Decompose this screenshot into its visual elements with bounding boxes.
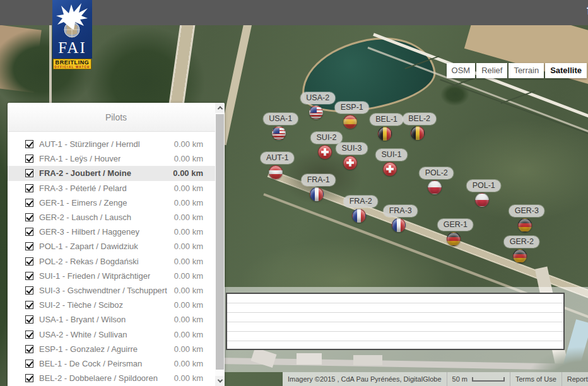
pilot-label: FRA-3 - Péterlé / Pelard (39, 184, 127, 193)
marker-label: FRA-2 (344, 196, 378, 208)
pilot-distance: 0.00 km (174, 154, 203, 163)
balloon-flag-sui-icon[interactable] (318, 145, 332, 159)
pilot-label: FRA-1 - Leÿs / Houver (39, 154, 121, 163)
balloon-flag-esp-icon[interactable] (343, 115, 357, 129)
pilot-checkbox[interactable] (25, 286, 33, 295)
pilot-label: SUI-3 - Gschwendtner / Tschuppert (39, 286, 167, 295)
pilot-distance: 0.00 km (174, 139, 203, 149)
map-trees (440, 83, 469, 106)
pilot-row-ger-3[interactable]: GER-3 - Hilbert / Haggeney 0.00 km (8, 225, 225, 239)
balloon-flag-aut-icon[interactable] (269, 165, 283, 179)
pilot-row-fra-3[interactable]: FRA-3 - Péterlé / Pelard 0.00 km (8, 181, 225, 196)
pilot-row-fra-2-highlighted[interactable]: FRA-2 - Joubert / Moine 0.00 km (8, 166, 225, 180)
pilot-row-sui-3[interactable]: SUI-3 - Gschwendtner / Tschuppert 0.00 k… (8, 283, 225, 298)
pilot-label: SUI-2 - Tièche / Sciboz (39, 300, 123, 310)
balloon-flag-usa-icon[interactable] (272, 126, 286, 140)
pilot-checkbox[interactable] (25, 345, 33, 353)
map-layer-relief[interactable]: Relief (476, 63, 507, 78)
marker-label: ESP-1 (335, 102, 369, 114)
imagery-credit: Imagery ©2015 , CdA Pau Pyrénées, Digita… (283, 372, 447, 386)
balloon-flag-fra-icon[interactable] (392, 218, 406, 232)
pilot-row-sui-1[interactable]: SUI-1 - Frieden / Witprächtiger 0.00 km (8, 269, 225, 283)
pilot-label: ESP-1 - Gonzalez / Aguirre (39, 344, 138, 354)
marker-label: USA-1 (263, 113, 298, 126)
pilot-row-ger-2[interactable]: GER-2 - Lausch / Lausch 0.00 km (8, 210, 225, 225)
pilot-checkbox[interactable] (25, 374, 33, 382)
balloon-flag-fra-icon[interactable] (352, 209, 366, 223)
report-map-error-link[interactable]: Report a map error (562, 372, 588, 386)
scale-label: 50 m (452, 375, 467, 383)
scale-bar-icon (472, 377, 505, 382)
balloon-flag-ger-icon[interactable] (447, 232, 461, 246)
balloon-flag-pol-icon[interactable] (428, 180, 442, 194)
pilot-checkbox[interactable] (25, 257, 33, 266)
terms-of-use-link[interactable]: Terms of Use (510, 372, 562, 386)
app-root: USA-2 ESP-1 BEL-1 BEL-2 USA-1 SUI-2 SUI-… (0, 0, 588, 386)
pilot-checkbox[interactable] (25, 242, 33, 250)
pilot-row-sui-2[interactable]: SUI-2 - Tièche / Sciboz 0.00 km (8, 298, 225, 312)
fai-falcon-globe-icon (55, 1, 90, 40)
official-watch-label: OFFICIAL WATCH (54, 66, 91, 69)
pilot-distance: 0.00 km (174, 373, 203, 383)
pilot-checkbox[interactable] (25, 330, 33, 339)
map-layer-terrain[interactable]: Terrain (509, 63, 544, 78)
balloon-flag-sui-icon[interactable] (343, 156, 357, 170)
pilot-row-esp-1[interactable]: ESP-1 - Gonzalez / Aguirre 0.00 km (8, 342, 225, 356)
pilot-checkbox[interactable] (25, 315, 33, 324)
pilot-row-usa-2[interactable]: USA-2 - White / Sullivan 0.00 km (8, 327, 225, 341)
pilots-scrollbar[interactable] (215, 103, 225, 386)
pilot-distance: 0.00 km (174, 286, 203, 295)
pilot-distance: 0.00 km (174, 198, 203, 208)
scroll-up-button[interactable] (215, 103, 225, 113)
pilot-checkbox[interactable] (25, 169, 33, 177)
pilot-label: GER-1 - Eimers / Zenge (39, 198, 127, 208)
balloon-flag-pol-icon[interactable] (475, 193, 489, 207)
pilot-checkbox[interactable] (25, 155, 33, 163)
pilot-label: GER-2 - Lausch / Lausch (39, 213, 131, 222)
pilot-row-bel-2[interactable]: BEL-2 - Dobbelaere / Spildooren 0.00 km (8, 371, 225, 385)
pilots-list: AUT-1 - Stürzlinger / Herndl 0.00 km FRA… (8, 132, 225, 385)
pilot-distance: 0.00 km (174, 213, 203, 222)
pilot-row-aut-1[interactable]: AUT-1 - Stürzlinger / Herndl 0.00 km (8, 137, 225, 151)
pilot-row-bel-1[interactable]: BEL-1 - De Cock / Peirsman 0.00 km (8, 356, 225, 371)
pilot-distance: 0.00 km (174, 300, 203, 310)
marker-label: SUI-2 (311, 132, 343, 144)
marker-label: POL-1 (467, 180, 501, 192)
balloon-flag-sui-icon[interactable] (383, 162, 397, 176)
pilot-checkbox[interactable] (25, 360, 33, 368)
pilot-checkbox[interactable] (25, 140, 33, 148)
pilot-row-usa-1[interactable]: USA-1 - Bryant / Wilson 0.00 km (8, 312, 225, 327)
pilot-row-fra-1[interactable]: FRA-1 - Leÿs / Houver 0.00 km (8, 151, 225, 166)
balloon-flag-fra-icon[interactable] (310, 187, 324, 201)
pilot-checkbox[interactable] (25, 213, 33, 221)
marker-label: GER-1 (438, 219, 473, 231)
pilot-row-ger-1[interactable]: GER-1 - Eimers / Zenge 0.00 km (8, 196, 225, 210)
map-layer-satellite[interactable]: Satellite (545, 63, 587, 78)
pilot-checkbox[interactable] (25, 228, 33, 236)
scrollbar-thumb[interactable] (216, 114, 224, 370)
pilot-label: BEL-2 - Dobbelaere / Spildooren (39, 373, 158, 383)
scroll-down-button[interactable] (215, 376, 225, 386)
pilot-checkbox[interactable] (25, 199, 33, 207)
balloon-flag-bel-icon[interactable] (411, 126, 425, 140)
pilots-panel: Pilots AUT-1 - Stürzlinger / Herndl 0.00… (8, 103, 225, 386)
marker-label: GER-2 (504, 236, 539, 249)
pilot-label: POL-1 - Zapart / Dawidziuk (39, 242, 138, 251)
marker-label: BEL-1 (370, 114, 403, 126)
chevron-down-icon (217, 377, 222, 382)
pilot-distance: 0.00 km (174, 257, 203, 266)
pilot-checkbox[interactable] (25, 184, 33, 192)
balloon-flag-usa-icon[interactable] (309, 105, 323, 119)
pilot-row-pol-1[interactable]: POL-1 - Zapart / Dawidziuk 0.00 km (8, 239, 225, 254)
map-hedge (500, 90, 535, 104)
marker-label: FRA-3 (384, 205, 418, 218)
map-layer-osm[interactable]: OSM (447, 63, 476, 78)
pilots-panel-title: Pilots (8, 103, 225, 132)
pilot-checkbox[interactable] (25, 301, 33, 309)
pilot-distance: 0.00 km (174, 344, 203, 354)
balloon-flag-ger-icon[interactable] (518, 218, 532, 232)
pilot-checkbox[interactable] (25, 272, 33, 280)
pilot-row-pol-2[interactable]: POL-2 - Rekas / Bogdański 0.00 km (8, 254, 225, 269)
balloon-flag-ger-icon[interactable] (513, 249, 527, 263)
balloon-flag-bel-icon[interactable] (378, 127, 392, 141)
